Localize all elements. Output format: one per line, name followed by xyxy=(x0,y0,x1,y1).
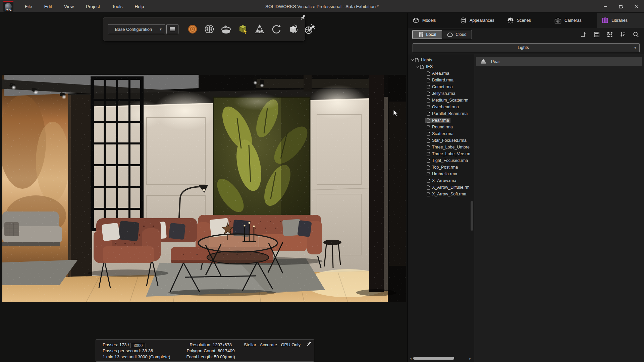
menu-item[interactable]: Help xyxy=(130,2,149,11)
library-controls-row: Local Cloud xyxy=(408,28,644,41)
tree-item[interactable]: Umbrella.rma xyxy=(408,171,474,177)
tree-horizontal-scrollbar[interactable]: ◂ ▸ xyxy=(409,356,472,360)
tree-item[interactable]: Pear.rma xyxy=(408,117,474,124)
search-icon[interactable] xyxy=(632,31,640,38)
scrollbar-thumb[interactable] xyxy=(413,357,454,360)
sort-icon[interactable] xyxy=(619,31,627,38)
tree-vertical-scrollbar[interactable] xyxy=(471,201,473,231)
tree-item[interactable]: Jellyfish.rma xyxy=(408,90,474,97)
scroll-left-icon[interactable]: ◂ xyxy=(409,357,413,360)
passes-per-second: Passes per second: 38.36 xyxy=(103,348,177,354)
window-controls xyxy=(598,0,644,13)
tree-node-ies[interactable]: IES xyxy=(408,63,474,70)
title-bar: 2024 FileEditViewProjectToolsHelp SOLIDW… xyxy=(0,0,644,13)
tree-item-label: Bollard.rma xyxy=(432,78,453,82)
import-icon[interactable] xyxy=(580,31,587,38)
tree-item-label: Star_Focused.rma xyxy=(432,138,467,143)
library-asset-pear[interactable]: Pear xyxy=(476,57,642,66)
menu-item[interactable]: File xyxy=(20,2,37,11)
select-cube-icon[interactable] xyxy=(236,22,250,37)
render-image[interactable] xyxy=(2,75,406,302)
tree-item[interactable]: Medium_Scatter.rm xyxy=(408,97,474,104)
tab-cameras[interactable]: Cameras xyxy=(550,13,597,28)
tree-item[interactable]: Overhead.rma xyxy=(408,104,474,110)
file-icon xyxy=(427,165,430,170)
tree-item-label: Scatter.rma xyxy=(432,131,453,136)
file-icon xyxy=(427,105,430,109)
folder-file-icon xyxy=(415,58,419,62)
tree-item-label: Jellyfish.rma xyxy=(432,91,455,96)
restore-button[interactable] xyxy=(613,0,629,13)
menu-item[interactable]: View xyxy=(59,2,78,11)
close-button[interactable] xyxy=(629,0,644,13)
split-view-icon[interactable] xyxy=(593,31,600,38)
local-toggle-button[interactable]: Local xyxy=(413,30,442,39)
viewport-toolbar: Base Configuration ▼ xyxy=(103,17,305,41)
app-logo-icon: 2024 xyxy=(3,1,13,12)
expand-arrow-icon[interactable] xyxy=(411,59,414,61)
tree-item[interactable]: Area.rma xyxy=(408,70,474,77)
tree-item[interactable]: Scatter.rma xyxy=(408,130,474,137)
configuration-value: Base Configuration xyxy=(108,27,159,32)
file-icon xyxy=(427,92,430,96)
thumbnails-icon[interactable] xyxy=(606,31,613,38)
file-icon xyxy=(427,179,430,183)
tree-item-label: Umbrella.rma xyxy=(432,172,457,176)
denoiser-brain-icon[interactable] xyxy=(203,22,216,37)
passes-label: Passes: 173 / xyxy=(103,342,129,347)
tree-item[interactable]: X_Arrow_Soft.rma xyxy=(408,191,474,197)
tree-item[interactable]: Bollard.rma xyxy=(408,77,474,83)
menu-item[interactable]: Project xyxy=(81,2,105,11)
configuration-dropdown[interactable]: Base Configuration ▼ xyxy=(108,24,165,34)
scroll-right-icon[interactable]: ▸ xyxy=(468,357,472,360)
tree-item[interactable]: Tight_Focused.rma xyxy=(408,157,474,164)
turntable-icon[interactable] xyxy=(219,22,233,37)
tree-item[interactable]: Round.rma xyxy=(408,124,474,130)
tab-scenes[interactable]: Scenes xyxy=(502,13,550,28)
menu-item[interactable]: Tools xyxy=(107,2,127,11)
pin-toolbar-icon[interactable] xyxy=(300,14,306,21)
library-tree-pane: Lights IES xyxy=(408,54,474,362)
render-stats-panel: Passes: 173 /3000 Passes per second: 38.… xyxy=(96,339,314,362)
tree-item[interactable]: Top_Post.rma xyxy=(408,164,474,171)
tree-item[interactable]: Star_Focused.rma xyxy=(408,137,474,144)
snapshot-tree-icon[interactable] xyxy=(253,22,266,37)
tab-models[interactable]: Models xyxy=(408,13,455,28)
tree-item[interactable]: X_Arrow_Diffuse.rm xyxy=(408,184,474,191)
polygon-count: Polygon Count: 6017409 xyxy=(187,348,235,354)
file-icon xyxy=(427,192,430,196)
minimize-button[interactable] xyxy=(598,0,613,13)
tree-item[interactable]: Three_Lobe_Vee.rm xyxy=(408,150,474,157)
cloud-toggle-button[interactable]: Cloud xyxy=(442,30,472,39)
file-icon xyxy=(427,145,430,149)
tree-item-label: Comet.rma xyxy=(432,84,453,89)
expand-arrow-icon[interactable] xyxy=(416,65,419,68)
right-panel: Models Appearances Scenes Cameras xyxy=(408,13,644,362)
file-icon xyxy=(427,132,430,136)
tree-item-label: Medium_Scatter.rm xyxy=(432,98,468,103)
render-wizard-icon[interactable] xyxy=(303,22,317,37)
tree-item[interactable]: X_Arrow.rma xyxy=(408,177,474,184)
toggle-label: Cloud xyxy=(455,32,467,37)
asset-label: Pear xyxy=(491,59,500,64)
category-dropdown[interactable]: Lights ▼ xyxy=(413,43,640,52)
tree-node-lights[interactable]: Lights xyxy=(408,57,474,63)
render-viewport-area[interactable]: Base Configuration ▼ xyxy=(0,13,408,362)
tree-item-label: Round.rma xyxy=(432,125,453,129)
tree-item[interactable]: Parallel_Beam.rma xyxy=(408,110,474,117)
reset-rotate-icon[interactable] xyxy=(270,22,283,37)
passes-total-input[interactable]: 3000 xyxy=(130,343,146,348)
tab-libraries[interactable]: Libraries xyxy=(597,13,644,28)
tree-item[interactable]: Three_Lobe_Umbre xyxy=(408,144,474,150)
chevron-down-icon: ▼ xyxy=(634,46,639,50)
file-icon xyxy=(427,152,430,156)
menu-item[interactable]: Edit xyxy=(40,2,57,11)
pin-stats-icon[interactable] xyxy=(306,341,312,347)
tree-item[interactable]: Comet.rma xyxy=(408,83,474,90)
configuration-list-button[interactable] xyxy=(166,24,178,34)
render-region-icon[interactable] xyxy=(186,22,199,37)
model-box-icon[interactable] xyxy=(286,22,300,37)
category-value: Lights xyxy=(413,45,634,50)
tab-appearances[interactable]: Appearances xyxy=(455,13,502,28)
tree-item-label: X_Arrow_Soft.rma xyxy=(432,192,466,196)
